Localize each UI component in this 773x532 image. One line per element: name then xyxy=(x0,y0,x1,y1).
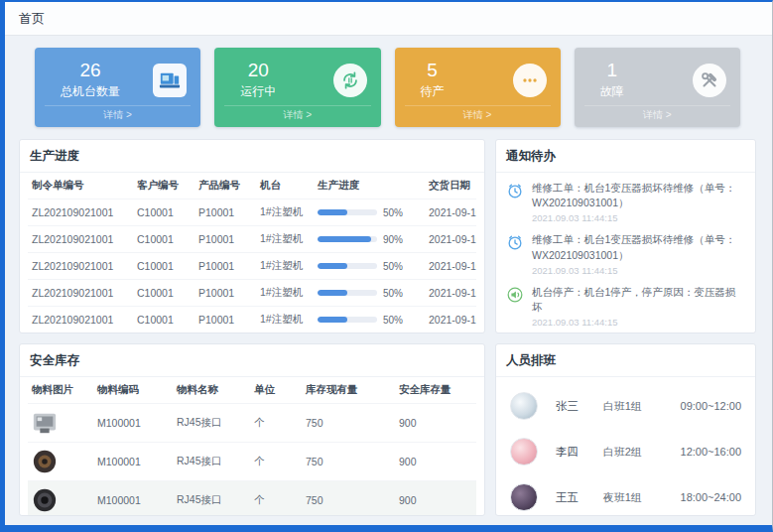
schedule-row: 王五 夜班1组 18:00~24:00 xyxy=(510,474,741,516)
stat-value: 1 xyxy=(606,61,617,81)
machine: 1#注塑机 xyxy=(256,280,314,307)
stat-card-pending[interactable]: 5 待产 详情 > xyxy=(395,48,561,127)
detail-link[interactable]: 详情 > xyxy=(405,105,551,127)
table-header-row: 物料图片 物料编码 物料名称 单位 库存现有量 安全库存量 xyxy=(28,377,476,404)
stock-qty: 750 xyxy=(302,481,395,517)
stat-label: 总机台数量 xyxy=(61,83,120,100)
stat-value: 26 xyxy=(79,61,100,81)
progress-bar xyxy=(318,290,377,296)
staff-name: 张三 xyxy=(556,399,603,414)
stat-card-numbers: 5 待产 xyxy=(421,61,445,101)
production-table: 制令单编号 客户编号 产品编号 机台 生产进度 交货日期 ZL202109021… xyxy=(28,173,476,332)
stock-qty: 750 xyxy=(302,404,395,443)
progress: 50% xyxy=(314,200,425,226)
delivery-date: 2021-09-10 xyxy=(425,280,476,307)
customer-no: C10001 xyxy=(133,280,194,307)
order-no: ZL202109021001 xyxy=(28,307,133,333)
table-header-row: 制令单编号 客户编号 产品编号 机台 生产进度 交货日期 xyxy=(28,173,476,200)
progress: 50% xyxy=(314,253,425,280)
stat-label: 运行中 xyxy=(240,83,276,100)
stat-card-numbers: 1 故障 xyxy=(600,61,624,101)
stat-card-fault[interactable]: 1 故障 详情 > xyxy=(575,48,740,127)
staff-shift: 白班2组 xyxy=(603,445,681,460)
progress-percent: 50% xyxy=(383,207,403,218)
detail-link[interactable]: 详情 > xyxy=(45,105,191,127)
progress-bar xyxy=(318,317,377,323)
product-no: P10001 xyxy=(194,307,256,333)
notice-time: 2021.09.03 11:44:15 xyxy=(532,212,745,223)
stat-card-body: 26 总机台数量 xyxy=(35,48,200,105)
delivery-date: 2021-09-10 xyxy=(425,226,476,253)
progress-percent: 50% xyxy=(383,261,403,272)
notice-item[interactable]: 维修工单：机台1变压器损坏待维修（单号：WX202109031001） 2021… xyxy=(506,226,745,278)
material-code: M100001 xyxy=(93,443,173,481)
running-icon xyxy=(333,64,367,97)
col-safety-stock: 安全库存量 xyxy=(395,377,476,404)
notice-item[interactable]: 计划督促：机台1生产计划已督促 2021.09.03 11:44:15 xyxy=(506,331,745,332)
progress: 50% xyxy=(314,280,425,307)
notice-item[interactable]: 维修工单：机台1变压器损坏待维修（单号：WX202109031001） 2021… xyxy=(506,175,745,226)
staff-time: 18:00~24:00 xyxy=(681,491,741,503)
product-no: P10001 xyxy=(194,200,256,226)
col-order-no: 制令单编号 xyxy=(28,173,133,200)
table-row: M100001 RJ45接口 个 750 900 xyxy=(28,404,476,443)
col-material-photo: 物料图片 xyxy=(28,377,93,404)
stat-card-numbers: 20 运行中 xyxy=(240,61,276,101)
stat-card-total-machines[interactable]: 26 总机台数量 详情 > xyxy=(35,48,200,127)
col-stock: 库存现有量 xyxy=(302,377,395,404)
customer-no: C10001 xyxy=(133,200,194,226)
order-no: ZL202109021001 xyxy=(28,226,133,253)
pending-icon xyxy=(513,64,547,97)
notice-time: 2021.09.03 11:44:15 xyxy=(532,265,745,276)
notice-body: 维修工单：机台1变压器损坏待维修（单号：WX202109031001） 2021… xyxy=(532,181,745,223)
safety-stock-qty: 900 xyxy=(395,443,476,481)
notice-body: 维修工单：机台1变压器损坏待维修（单号：WX202109031001） 2021… xyxy=(532,232,745,275)
avatar xyxy=(510,438,538,466)
stat-cards: 26 总机台数量 详情 > xyxy=(35,48,740,127)
table-row: ZL202109021001 C10001 P10001 1#注塑机 50% 2… xyxy=(28,307,476,333)
notice-item[interactable]: 机台停产：机台1停产，停产原因：变压器损坏 2021.09.03 11:44:1… xyxy=(506,279,745,331)
progress-bar xyxy=(318,263,377,269)
progress-bar xyxy=(318,236,377,242)
col-material-name: 物料名称 xyxy=(173,377,250,404)
stat-label: 待产 xyxy=(421,83,445,100)
unit: 个 xyxy=(250,443,302,481)
production-table-wrap: 制令单编号 客户编号 产品编号 机台 生产进度 交货日期 ZL202109021… xyxy=(20,173,484,332)
progress: 90% xyxy=(314,226,425,253)
staff-name: 王五 xyxy=(556,490,603,505)
panel-title: 生产进度 xyxy=(20,140,484,173)
staff-shift: 白班1组 xyxy=(603,399,681,414)
table-row: M100001 RJ45接口 个 750 900 xyxy=(28,443,476,481)
panel-title: 人员排班 xyxy=(496,344,755,377)
safety-stock-qty: 900 xyxy=(395,404,476,443)
order-no: ZL202109021001 xyxy=(28,200,133,226)
material-name: RJ45接口 xyxy=(173,404,250,443)
progress-percent: 90% xyxy=(383,234,403,245)
stat-card-body: 1 故障 xyxy=(575,48,740,105)
stat-label: 故障 xyxy=(600,83,624,100)
rj45-photo xyxy=(32,410,58,436)
inventory-table-wrap: 物料图片 物料编码 物料名称 单位 库存现有量 安全库存量 xyxy=(20,377,484,516)
progress-percent: 50% xyxy=(383,315,403,326)
stat-card-running[interactable]: 20 运行中 详情 > xyxy=(214,48,380,127)
col-machine: 机台 xyxy=(256,173,314,200)
col-delivery-date: 交货日期 xyxy=(425,173,476,200)
avatar xyxy=(510,483,538,511)
machine: 1#注塑机 xyxy=(256,253,314,280)
product-no: P10001 xyxy=(194,253,256,280)
stat-card-body: 5 待产 xyxy=(395,48,561,105)
panel-notices: 通知待办 维修工单：机台1变压器损坏待维修（单号：WX202109031001）… xyxy=(495,139,756,333)
order-no: ZL202109021001 xyxy=(28,280,133,307)
customer-no: C10001 xyxy=(133,253,194,280)
detail-link[interactable]: 详情 > xyxy=(584,105,730,127)
panel-production-progress: 生产进度 制令单编号 客户编号 产品编号 机台 生产进度 交货日期 xyxy=(19,139,485,333)
panel-staff-schedule: 人员排班 张三 白班1组 09:00~12:00 李四 白班2组 12:00~1… xyxy=(495,343,756,516)
notice-list: 维修工单：机台1变压器损坏待维修（单号：WX202109031001） 2021… xyxy=(496,173,755,332)
clock-icon xyxy=(506,181,525,203)
unit: 个 xyxy=(250,481,302,517)
clock-icon xyxy=(506,232,525,255)
detail-link[interactable]: 详情 > xyxy=(224,105,370,127)
staff-time: 12:00~16:00 xyxy=(681,446,741,458)
delivery-date: 2021-09-10 xyxy=(425,253,476,280)
stat-card-body: 20 运行中 xyxy=(214,48,380,105)
